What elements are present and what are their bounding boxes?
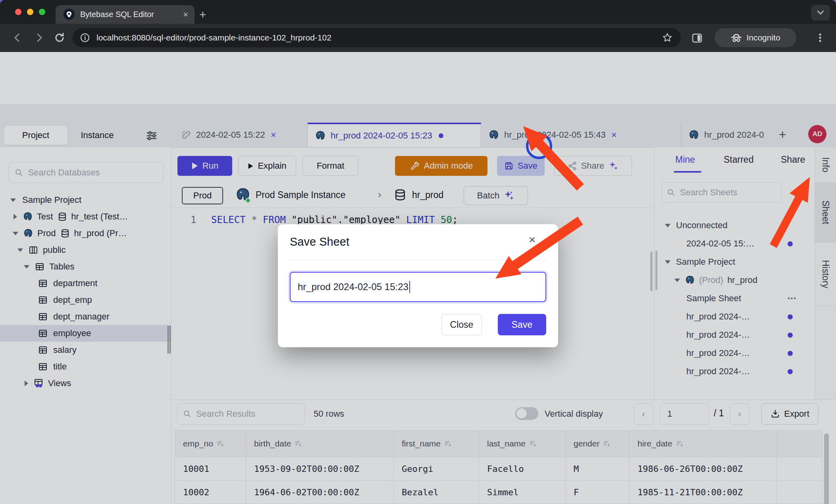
browser-tab-close-icon[interactable]: × bbox=[183, 10, 188, 20]
dialog-save-button[interactable]: Save bbox=[498, 314, 546, 335]
save-sheet-dialog: Save Sheet × hr_prod 2024-02-05 15:23 Cl… bbox=[278, 224, 558, 347]
url-toolbar: localhost:8080/sql-editor/prod-sample-in… bbox=[0, 24, 836, 52]
window-zoom-button[interactable] bbox=[39, 9, 45, 15]
incognito-badge: Incognito bbox=[715, 28, 796, 47]
address-bar[interactable]: localhost:8080/sql-editor/prod-sample-in… bbox=[73, 28, 681, 47]
sheet-name-input[interactable]: hr_prod 2024-02-05 15:23 bbox=[290, 272, 546, 302]
text-caret bbox=[409, 281, 410, 293]
reload-icon[interactable] bbox=[54, 32, 65, 43]
dialog-title: Save Sheet bbox=[290, 235, 349, 248]
bookmark-star-icon[interactable] bbox=[662, 32, 673, 43]
site-info-icon[interactable] bbox=[80, 33, 90, 43]
browser-chrome: Bytebase SQL Editor × + localhost:8080/s… bbox=[0, 0, 836, 52]
browser-tab-title: Bytebase SQL Editor bbox=[80, 10, 154, 19]
dialog-close-icon[interactable]: × bbox=[529, 233, 536, 246]
forward-icon[interactable] bbox=[33, 32, 44, 43]
incognito-label: Incognito bbox=[746, 33, 780, 42]
window-minimize-button[interactable] bbox=[27, 9, 33, 15]
browser-menu-icon[interactable] bbox=[815, 32, 826, 44]
tab-search-chevron-button[interactable] bbox=[811, 5, 830, 21]
dialog-close-button[interactable]: Close bbox=[441, 314, 482, 335]
bytebase-favicon bbox=[64, 9, 75, 20]
incognito-icon bbox=[730, 33, 742, 43]
back-icon[interactable] bbox=[12, 32, 23, 43]
window-close-button[interactable] bbox=[15, 9, 21, 15]
url-text: localhost:8080/sql-editor/prod-sample-in… bbox=[96, 33, 331, 42]
browser-tab[interactable]: Bytebase SQL Editor × bbox=[56, 5, 195, 24]
dialog-divider bbox=[290, 260, 546, 260]
new-tab-icon[interactable]: + bbox=[199, 8, 206, 21]
side-panel-icon[interactable] bbox=[692, 33, 703, 44]
